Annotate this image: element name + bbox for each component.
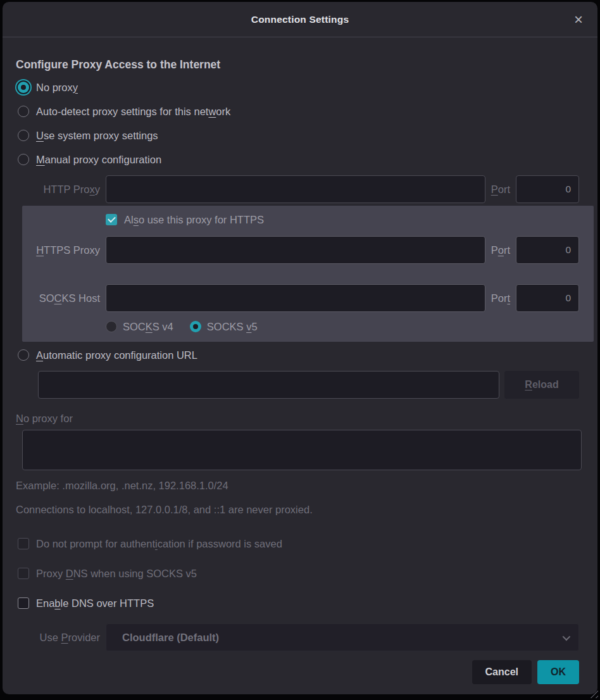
close-icon: ×	[574, 11, 583, 28]
radio-auto-url[interactable]: Automatic proxy configuration URL	[18, 346, 597, 365]
reload-button[interactable]: Reload	[504, 371, 579, 399]
dialog-title: Connection Settings	[251, 14, 349, 25]
radio-icon-use-system[interactable]	[18, 130, 29, 141]
radio-label-auto-detect[interactable]: Auto-detect proxy settings for this netw…	[36, 106, 230, 118]
doh-provider-row: Use Provider Cloudflare (Default)	[3, 623, 579, 651]
section-spacer	[22, 264, 579, 284]
dialog-titlebar: Connection Settings ×	[3, 2, 597, 37]
radio-icon-socks-v4[interactable]	[106, 321, 117, 332]
https-proxy-label: HTTPS Proxy	[22, 244, 106, 256]
radio-icon-manual-proxy[interactable]	[18, 154, 29, 165]
radio-auto-detect[interactable]: Auto-detect proxy settings for this netw…	[18, 102, 597, 121]
doh-provider-selected-value: Cloudflare (Default)	[122, 632, 563, 644]
auto-url-row: Reload	[38, 371, 579, 399]
no-proxy-example-text: Example: .mozilla.org, .net.nz, 192.168.…	[16, 480, 584, 492]
socks-port-input[interactable]	[516, 284, 579, 312]
radio-icon-auto-url[interactable]	[18, 349, 29, 361]
ok-button[interactable]: OK	[537, 660, 579, 684]
checkbox-icon-proxy-dns[interactable]	[18, 568, 29, 579]
also-https-label[interactable]: Also use this proxy for HTTPS	[124, 214, 264, 226]
radio-icon-auto-detect[interactable]	[18, 106, 29, 117]
use-provider-label: Use Provider	[3, 632, 106, 644]
radio-label-use-system[interactable]: Use system proxy settings	[36, 130, 158, 142]
checkbox-icon-enable-doh[interactable]	[18, 597, 29, 609]
screen: Connection Settings × Configure Proxy Ac…	[0, 0, 600, 700]
connection-settings-dialog: Connection Settings × Configure Proxy Ac…	[3, 2, 597, 694]
http-proxy-row: HTTP Proxy Port	[3, 175, 579, 203]
checkbox-proxy-dns[interactable]: Proxy DNS when using SOCKS v5	[18, 564, 597, 583]
radio-label-manual-proxy[interactable]: Manual proxy configuration	[36, 154, 161, 166]
radio-socks-v4[interactable]: SOCKS v4	[106, 321, 173, 333]
dialog-content: Configure Proxy Access to the Internet N…	[3, 37, 597, 694]
radio-label-socks-v4[interactable]: SOCKS v4	[123, 321, 173, 333]
https-proxy-input[interactable]	[106, 236, 485, 264]
https-port-label: Port	[485, 244, 516, 256]
checkbox-enable-doh[interactable]: Enable DNS over HTTPS	[18, 594, 597, 613]
checkbox-label-proxy-dns[interactable]: Proxy DNS when using SOCKS v5	[36, 568, 197, 580]
no-proxy-for-label: No proxy for	[16, 410, 584, 427]
radio-label-auto-url[interactable]: Automatic proxy configuration URL	[36, 349, 197, 361]
radio-use-system[interactable]: Use system proxy settings	[18, 126, 597, 145]
also-https-checkbox-icon[interactable]	[106, 214, 117, 225]
radio-no-proxy[interactable]: No proxy	[18, 78, 597, 97]
page-title: Configure Proxy Access to the Internet	[16, 58, 584, 72]
https-port-input[interactable]	[516, 236, 579, 264]
socks-host-label: SOCKS Host	[22, 292, 106, 304]
doh-provider-dropdown[interactable]: Cloudflare (Default)	[106, 623, 579, 651]
never-proxied-note: Connections to localhost, 127.0.0.1/8, a…	[16, 504, 584, 516]
radio-manual-proxy[interactable]: Manual proxy configuration	[18, 150, 597, 169]
radio-label-socks-v5[interactable]: SOCKS v5	[207, 321, 258, 333]
radio-label-no-proxy[interactable]: No proxy	[36, 82, 78, 94]
http-port-input[interactable]	[516, 175, 579, 203]
checkbox-no-prompt-auth[interactable]: Do not prompt for authentication if pass…	[18, 534, 597, 553]
socks-port-label: Port	[485, 292, 516, 304]
cancel-button[interactable]: Cancel	[472, 660, 532, 684]
radio-socks-v5[interactable]: SOCKS v5	[190, 321, 258, 333]
radio-icon-socks-v5[interactable]	[190, 321, 201, 332]
http-proxy-label: HTTP Proxy	[3, 184, 106, 196]
checkbox-icon-no-prompt-auth[interactable]	[18, 538, 29, 549]
manual-proxy-section: Also use this proxy for HTTPS HTTPS Prox…	[22, 206, 594, 342]
socks-host-row: SOCKS Host Port	[22, 284, 579, 312]
socks-host-input[interactable]	[106, 284, 485, 312]
close-button[interactable]: ×	[568, 9, 589, 30]
http-proxy-input[interactable]	[106, 175, 485, 203]
socks-version-row: SOCKS v4 SOCKS v5	[106, 317, 579, 336]
no-proxy-for-textarea[interactable]	[22, 430, 582, 470]
radio-icon-no-proxy[interactable]	[18, 82, 29, 93]
https-proxy-row: HTTPS Proxy Port	[22, 236, 579, 264]
chevron-down-icon	[563, 632, 571, 641]
dialog-footer: Cancel OK	[3, 660, 579, 684]
also-https-checkbox-row[interactable]: Also use this proxy for HTTPS	[106, 210, 579, 229]
checkbox-label-enable-doh[interactable]: Enable DNS over HTTPS	[36, 597, 154, 609]
options-group: Do not prompt for authentication if pass…	[3, 534, 597, 613]
checkbox-label-no-prompt-auth[interactable]: Do not prompt for authentication if pass…	[36, 538, 282, 550]
http-port-label: Port	[485, 184, 516, 196]
auto-url-input[interactable]	[38, 371, 499, 399]
